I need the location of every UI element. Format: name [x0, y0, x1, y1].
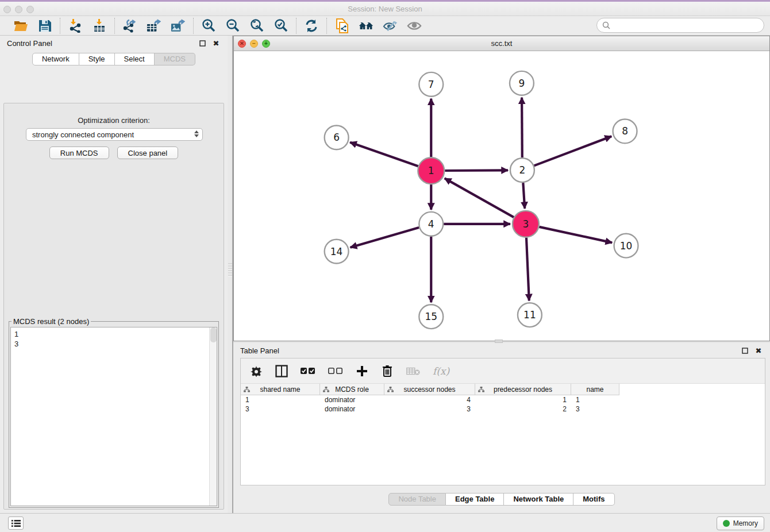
cell-predecessor-nodes[interactable]: 1 — [475, 395, 571, 404]
tab-select[interactable]: Select — [115, 53, 155, 65]
node-label-3: 3 — [523, 218, 529, 230]
tab-network[interactable]: Network — [32, 53, 79, 65]
table-row[interactable]: 1dominator411 — [241, 395, 765, 404]
edge-4-14[interactable] — [351, 228, 419, 248]
attribute-tree-icon — [244, 387, 250, 392]
cell-mcds-role[interactable]: dominator — [320, 404, 384, 414]
close-panel-icon[interactable]: ✖ — [211, 38, 221, 48]
close-table-panel-icon[interactable]: ✖ — [754, 346, 763, 355]
cell-successor-nodes[interactable]: 3 — [384, 404, 475, 414]
export-network-icon[interactable] — [122, 18, 137, 33]
node-label-9: 9 — [519, 78, 525, 89]
cell-predecessor-nodes[interactable]: 2 — [475, 404, 571, 414]
show-panels-list-button[interactable] — [8, 516, 24, 530]
import-network-icon[interactable] — [68, 18, 83, 33]
cell-name[interactable]: 3 — [571, 404, 619, 414]
column-header-label: shared name — [260, 385, 300, 394]
zoom-in-icon[interactable] — [201, 18, 216, 33]
node-label-1: 1 — [428, 165, 434, 176]
node-label-11: 11 — [523, 309, 536, 321]
edge-1-2[interactable] — [445, 170, 508, 171]
node-label-14: 14 — [330, 246, 343, 257]
node-label-4: 4 — [428, 218, 434, 230]
cell-shared-name[interactable]: 3 — [241, 404, 320, 414]
close-panel-button[interactable]: Close panel — [117, 147, 179, 159]
tab-node-table[interactable]: Node Table — [388, 493, 446, 506]
node-label-10: 10 — [620, 240, 633, 252]
split-panel-icon[interactable] — [275, 364, 288, 378]
mcds-result-area[interactable]: 1 3 — [10, 327, 217, 506]
network-graph[interactable]: 7968124314101511 — [234, 51, 769, 341]
float-panel-icon[interactable] — [198, 38, 207, 48]
criterion-select-value: strongly connected component — [32, 130, 134, 139]
table-panel-title: Table Panel — [240, 346, 279, 355]
network-window-titlebar[interactable]: ✕ − + scc.txt — [234, 36, 769, 51]
select-all-columns-icon[interactable] — [301, 364, 315, 378]
edge-2-8[interactable] — [534, 136, 611, 165]
tab-network-table[interactable]: Network Table — [504, 493, 573, 506]
column-header-predecessor-nodes[interactable]: predecessor nodes — [475, 384, 571, 395]
cell-shared-name[interactable]: 1 — [241, 395, 320, 404]
cell-mcds-role[interactable]: dominator — [320, 395, 384, 404]
unselect-all-columns-icon[interactable] — [328, 364, 343, 378]
search-icon — [602, 21, 610, 29]
tab-style[interactable]: Style — [79, 53, 115, 65]
vertical-split-divider[interactable] — [228, 36, 233, 513]
select-updown-icon — [194, 130, 199, 137]
column-header-shared-name[interactable]: shared name — [241, 384, 320, 395]
tab-edge-table[interactable]: Edge Table — [446, 493, 504, 506]
control-panel-tabs: NetworkStyleSelectMCDS — [0, 53, 228, 65]
open-file-icon[interactable] — [13, 18, 28, 33]
export-image-icon[interactable] — [171, 18, 186, 33]
edge-3-11[interactable] — [526, 238, 529, 301]
edge-3-1[interactable] — [445, 178, 514, 217]
edge-1-6[interactable] — [350, 142, 418, 167]
show-all-icon[interactable] — [407, 18, 422, 33]
network-canvas[interactable]: 7968124314101511 — [234, 51, 769, 341]
column-header-label: successor nodes — [403, 385, 455, 394]
search-input[interactable] — [613, 21, 764, 29]
function-builder-icon: f(x) — [433, 364, 449, 378]
table-panel: Table Panel ✖ — [233, 343, 770, 511]
tab-mcds[interactable]: MCDS — [155, 53, 195, 65]
mcds-tab-content: Optimization criterion: strongly connect… — [3, 103, 224, 510]
divider-grip[interactable] — [228, 263, 232, 277]
first-neighbors-icon[interactable] — [359, 18, 374, 33]
zoom-out-icon[interactable] — [225, 18, 240, 33]
zoom-fit-icon[interactable] — [249, 18, 264, 33]
edge-3-10[interactable] — [539, 227, 612, 242]
float-table-panel-icon[interactable] — [740, 346, 749, 355]
delete-column-icon[interactable] — [381, 364, 394, 378]
export-table-icon[interactable] — [147, 18, 161, 33]
tab-motifs[interactable]: Motifs — [573, 493, 614, 506]
save-session-icon[interactable] — [37, 18, 52, 33]
edge-2-9[interactable] — [522, 98, 522, 158]
column-header-successor-nodes[interactable]: successor nodes — [384, 384, 475, 395]
titlebar: Session: New Session — [0, 0, 770, 16]
table-body: 1dominator4113dominator323 — [241, 395, 765, 414]
mcds-result-box: MCDS result (2 nodes) 1 3 — [9, 317, 219, 508]
run-mcds-button[interactable]: Run MCDS — [49, 147, 109, 159]
memory-status-dot — [723, 520, 730, 527]
cell-successor-nodes[interactable]: 4 — [384, 395, 475, 404]
memory-button[interactable]: Memory — [717, 516, 764, 530]
attribute-tree-icon — [323, 387, 329, 392]
column-header-name[interactable]: name — [571, 384, 619, 395]
network-view-title: scc.txt — [234, 39, 769, 48]
list-icon — [11, 519, 21, 527]
table-row[interactable]: 3dominator323 — [241, 404, 765, 414]
hide-selected-icon[interactable] — [383, 18, 398, 33]
edge-2-3[interactable] — [523, 183, 525, 209]
table-header-row: shared nameMCDS rolesuccessor nodesprede… — [241, 384, 765, 395]
refresh-icon[interactable] — [304, 18, 319, 33]
criterion-select[interactable]: strongly connected component — [26, 128, 203, 141]
gear-icon[interactable] — [250, 364, 263, 378]
column-header-mcds-role[interactable]: MCDS role — [320, 384, 384, 395]
new-network-from-selection-icon[interactable] — [334, 18, 349, 33]
cell-name[interactable]: 1 — [571, 395, 619, 404]
search-box[interactable] — [596, 18, 764, 33]
result-scrollbar[interactable] — [209, 327, 217, 506]
zoom-selected-icon[interactable] — [274, 18, 288, 33]
import-table-icon[interactable] — [92, 18, 107, 33]
add-column-icon[interactable] — [356, 364, 368, 378]
